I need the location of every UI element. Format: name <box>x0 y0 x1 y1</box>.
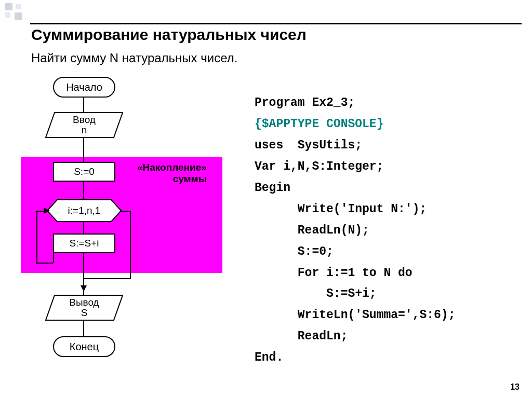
end-label: Конец <box>70 341 99 353</box>
arrowhead-icon <box>81 285 87 292</box>
title-underline <box>30 23 522 24</box>
code-line: uses SysUtils; <box>255 139 362 152</box>
flowchart-end: Конец <box>53 336 115 357</box>
loop-label: i:=1,n,1 <box>68 205 101 216</box>
loop-exit-line <box>121 211 131 212</box>
slide-title: Суммирование натуральных чисел <box>31 26 307 44</box>
slide-subtitle: Найти сумму N натуральных чисел. <box>31 51 237 65</box>
loop-back-line <box>36 211 37 264</box>
flowchart-loop: i:=1,n,1 <box>47 199 122 222</box>
annotation-line2: суммы <box>173 173 207 184</box>
code-line: ReadLn(N); <box>255 224 369 237</box>
output-label-2: S <box>81 308 88 318</box>
flowchart-input: Ввод n <box>45 112 123 138</box>
code-line: End. <box>255 351 283 364</box>
annotation-line1: «Накопление» <box>137 162 207 173</box>
slide-decoration <box>0 0 31 26</box>
code-line: Begin <box>255 181 290 195</box>
arrowhead-icon <box>44 208 50 214</box>
flowchart-output: Вывод S <box>45 295 123 321</box>
flowchart-init: S:=0 <box>53 162 115 182</box>
code-line: Write('Input N:'); <box>255 202 427 216</box>
code-line: WriteLn('Summa=',S:6); <box>255 308 455 322</box>
loop-exit-line <box>130 211 131 279</box>
loop-back-line <box>36 263 53 264</box>
code-line: S:=0; <box>255 245 334 258</box>
code-line: ReadLn; <box>255 330 348 343</box>
connector <box>83 222 84 234</box>
code-line: S:=S+i; <box>255 287 377 300</box>
code-line: For i:=1 to N do <box>255 266 413 280</box>
output-label-1: Вывод <box>69 297 99 308</box>
code-block: Program Ex2_3; {$APPTYPE CONSOLE} uses S… <box>255 92 455 368</box>
page-number: 13 <box>510 382 520 392</box>
start-label: Начало <box>66 81 102 93</box>
flowchart-start: Начало <box>53 77 115 98</box>
code-line: Program Ex2_3; <box>255 96 355 109</box>
connector <box>83 182 84 199</box>
flowchart-body: S:=S+i <box>53 234 115 253</box>
code-directive: {$APPTYPE CONSOLE} <box>255 117 383 131</box>
init-label: S:=0 <box>74 166 95 177</box>
body-label: S:=S+i <box>69 238 99 249</box>
input-label-2: n <box>82 125 87 135</box>
loop-back-line <box>53 253 54 263</box>
connector <box>83 138 84 162</box>
flowchart: «Накопление» суммы Начало Ввод n S:=0 i:… <box>17 77 224 367</box>
loop-exit-line <box>83 278 131 279</box>
input-label-1: Ввод <box>73 115 96 125</box>
accumulator-annotation: «Накопление» суммы <box>137 162 207 185</box>
connector <box>83 321 84 336</box>
code-line: Var i,N,S:Integer; <box>255 160 383 173</box>
connector <box>83 98 84 112</box>
